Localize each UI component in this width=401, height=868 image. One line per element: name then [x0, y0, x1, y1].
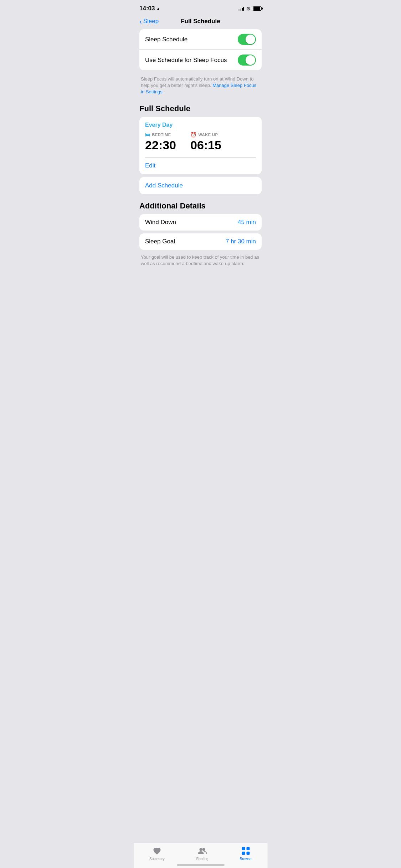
sleep-focus-row: Use Schedule for Sleep Focus [139, 50, 262, 70]
bedtime-label: BEDTIME [152, 133, 171, 137]
sleep-focus-toggle[interactable] [238, 55, 256, 66]
wind-down-card: Wind Down 45 min [139, 214, 262, 231]
sleep-schedule-row: Sleep Schedule [139, 29, 262, 50]
schedule-times: 🛏 BEDTIME 22:30 ⏰ WAKE UP 06:15 [145, 132, 256, 152]
sleep-goal-value: 7 hr 30 min [226, 238, 256, 245]
schedule-frequency: Every Day [145, 122, 256, 128]
schedule-top: Every Day 🛏 BEDTIME 22:30 ⏰ WAKE UP 06:1… [139, 117, 262, 157]
page-title: Full Schedule [181, 18, 220, 25]
bed-icon: 🛏 [145, 132, 150, 138]
signal-icon [238, 6, 245, 11]
sleep-goal-card: Sleep Goal 7 hr 30 min [139, 233, 262, 250]
wakeup-block: ⏰ WAKE UP 06:15 [190, 132, 221, 152]
scroll-content: Sleep Schedule Use Schedule for Sleep Fo… [134, 29, 267, 298]
full-schedule-section-header: Full Schedule [139, 104, 262, 113]
wifi-icon: ⊜ [246, 6, 251, 11]
wakeup-label: WAKE UP [198, 133, 218, 137]
sleep-goal-row[interactable]: Sleep Goal 7 hr 30 min [139, 233, 262, 250]
sleep-focus-label: Use Schedule for Sleep Focus [145, 57, 227, 64]
bedtime-label-row: 🛏 BEDTIME [145, 132, 176, 138]
back-label: Sleep [143, 18, 159, 25]
sleep-schedule-label: Sleep Schedule [145, 36, 187, 43]
bedtime-block: 🛏 BEDTIME 22:30 [145, 132, 176, 152]
add-schedule-card: Add Schedule [139, 177, 262, 194]
status-time: 14:03 ▲ [139, 5, 160, 12]
schedule-card: Every Day 🛏 BEDTIME 22:30 ⏰ WAKE UP 06:1… [139, 117, 262, 175]
status-bar: 14:03 ▲ ⊜ [134, 0, 267, 15]
nav-bar: ‹ Sleep Full Schedule [134, 15, 267, 29]
toggle-knob [246, 35, 255, 44]
wind-down-label: Wind Down [145, 219, 176, 226]
bedtime-time: 22:30 [145, 138, 176, 152]
sleep-focus-info: Sleep Focus will automatically turn on a… [139, 73, 262, 97]
sleep-schedule-toggle[interactable] [238, 34, 256, 45]
toggle-knob-2 [246, 55, 255, 65]
time-display: 14:03 [139, 5, 155, 12]
status-icons: ⊜ [238, 6, 262, 11]
schedule-toggles-card: Sleep Schedule Use Schedule for Sleep Fo… [139, 29, 262, 70]
sleep-goal-label: Sleep Goal [145, 238, 175, 245]
additional-details-header: Additional Details [139, 201, 262, 211]
back-button[interactable]: ‹ Sleep [139, 18, 159, 25]
wakeup-time: 06:15 [190, 138, 221, 152]
battery-icon [253, 6, 262, 11]
wakeup-label-row: ⏰ WAKE UP [190, 132, 221, 138]
alarm-icon: ⏰ [190, 132, 197, 138]
sleep-goal-info: Your goal will be used to keep track of … [139, 253, 262, 270]
chevron-left-icon: ‹ [139, 18, 142, 25]
add-schedule-button[interactable]: Add Schedule [145, 182, 183, 189]
location-arrow-icon: ▲ [156, 6, 160, 11]
wind-down-row[interactable]: Wind Down 45 min [139, 214, 262, 231]
edit-button[interactable]: Edit [139, 157, 262, 174]
wind-down-value: 45 min [238, 219, 256, 226]
